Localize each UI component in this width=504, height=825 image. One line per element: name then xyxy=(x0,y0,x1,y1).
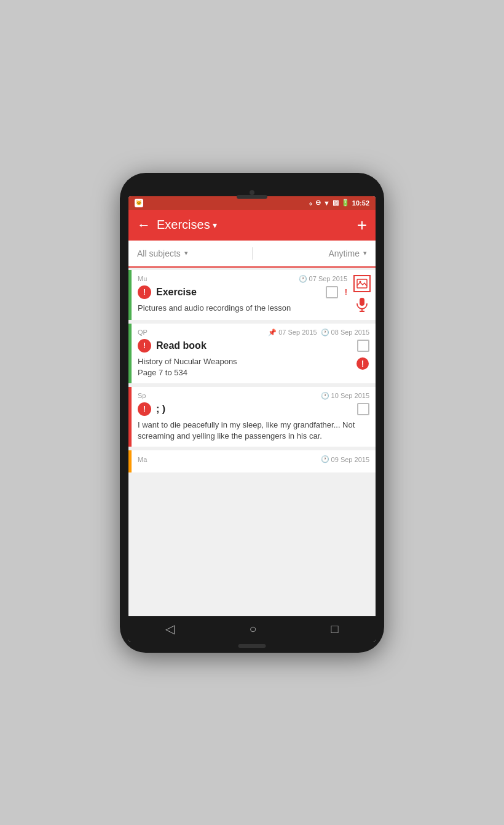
time-filter-button[interactable]: Anytime ▾ xyxy=(259,249,368,258)
alert-icon-2: ! xyxy=(138,339,151,353)
toolbar-title-container: Exercises ▾ xyxy=(157,218,357,232)
card-date2a: 📌 07 Sep 2015 xyxy=(268,329,317,337)
card-checkbox-2[interactable] xyxy=(357,340,369,352)
bottom-nav: ◁ ○ □ xyxy=(128,616,376,642)
clock-icon-2: 🕐 xyxy=(321,329,329,337)
card-content-2: History of Nucular WeaponsPage 7 to 534 xyxy=(138,356,352,378)
speaker xyxy=(237,195,267,199)
bluetooth-icon: ⬦ xyxy=(309,199,313,207)
comment-icon-2[interactable]: ! xyxy=(356,357,369,373)
card-title-row-1: ! Exercise ! xyxy=(138,285,347,299)
pin-icon-2: 📌 xyxy=(268,329,277,337)
filter-bar: All subjects ▾ Anytime ▾ xyxy=(128,241,376,268)
card-title-3: ; ) xyxy=(156,404,352,415)
image-icon-1[interactable] xyxy=(353,275,371,292)
exercise-card-1[interactable]: Mu 🕐 07 Sep 2015 ! Exercise ! Pictures a xyxy=(128,270,376,320)
time-display: 10:52 xyxy=(352,199,369,207)
subjects-filter-arrow: ▾ xyxy=(184,249,188,257)
card-body-1: Mu 🕐 07 Sep 2015 ! Exercise ! Pictures a xyxy=(132,270,353,320)
card-body-4: Ma 🕐 09 Sep 2015 xyxy=(132,450,376,472)
svg-text:!: ! xyxy=(361,359,364,369)
app-toolbar: ← Exercises ▾ + xyxy=(128,210,376,241)
card-date-4: 🕐 09 Sep 2015 xyxy=(321,455,369,463)
card-title-row-2: ! Read book xyxy=(138,339,369,353)
card-checkbox-1[interactable] xyxy=(326,286,338,298)
screen: 🐱 ⬦ ⊖ ▼ ▨ 🔋 10:52 ← Exercises ▾ + All su xyxy=(128,196,376,642)
card-subject-2: QP xyxy=(138,329,263,336)
filter-divider xyxy=(252,247,253,260)
exercise-card-3[interactable]: Sp 🕐 10 Sep 2015 ! ; ) I want to die pea… xyxy=(128,387,376,447)
back-nav-button[interactable]: ◁ xyxy=(153,618,187,640)
battery-icon: 🔋 xyxy=(341,199,350,207)
camera xyxy=(250,190,254,195)
checkbox-exclaim-1: ! xyxy=(345,287,347,297)
exercise-card-2[interactable]: QP 📌 07 Sep 2015 🕐 08 Sep 2015 xyxy=(128,324,376,383)
clock-icon-4: 🕐 xyxy=(321,455,329,463)
card-content-3: I want to die peacefully in my sleep, li… xyxy=(138,420,369,442)
phone-frame: 🐱 ⬦ ⊖ ▼ ▨ 🔋 10:52 ← Exercises ▾ + All su xyxy=(120,173,384,653)
card-subject-1: Mu xyxy=(138,275,294,282)
status-right: ⬦ ⊖ ▼ ▨ 🔋 10:52 xyxy=(309,199,369,207)
card-header-1: Mu 🕐 07 Sep 2015 xyxy=(138,275,347,283)
exercise-card-4[interactable]: Ma 🕐 09 Sep 2015 xyxy=(128,450,376,472)
card-title-1: Exercise xyxy=(156,287,321,298)
card-body-2: QP 📌 07 Sep 2015 🕐 08 Sep 2015 xyxy=(132,324,376,383)
mic-icon-1[interactable] xyxy=(355,297,369,315)
toolbar-title-text: Exercises xyxy=(157,218,210,232)
card-subject-4: Ma xyxy=(138,456,316,463)
card-date-3: 🕐 10 Sep 2015 xyxy=(321,392,369,400)
svg-rect-2 xyxy=(360,298,364,306)
card-header-4: Ma 🕐 09 Sep 2015 xyxy=(138,455,369,463)
card-actions-1 xyxy=(353,270,376,320)
subjects-filter-label: All subjects xyxy=(137,249,181,258)
time-filter-arrow: ▾ xyxy=(363,249,367,257)
minus-circle-icon: ⊖ xyxy=(315,199,321,207)
wifi-icon: ▼ xyxy=(323,199,330,207)
subjects-filter-button[interactable]: All subjects ▾ xyxy=(137,249,246,258)
signal-icon: ▨ xyxy=(333,199,339,207)
back-button[interactable]: ← xyxy=(137,217,151,233)
app-icon: 🐱 xyxy=(135,199,143,207)
card-title-2: Read book xyxy=(156,340,352,351)
exercise-list: Mu 🕐 07 Sep 2015 ! Exercise ! Pictures a xyxy=(128,268,376,616)
card-date-1: 🕐 07 Sep 2015 xyxy=(299,275,347,283)
alert-icon-1: ! xyxy=(138,285,151,299)
home-button-bar xyxy=(238,644,266,648)
clock-icon-3: 🕐 xyxy=(321,392,329,400)
card-content-row-2: History of Nucular WeaponsPage 7 to 534 … xyxy=(138,356,369,378)
card-body-3: Sp 🕐 10 Sep 2015 ! ; ) I want to die pea… xyxy=(132,387,376,447)
status-left: 🐱 xyxy=(135,199,143,207)
card-date2b: 🕐 08 Sep 2015 xyxy=(321,329,369,337)
clock-icon-1: 🕐 xyxy=(299,275,307,283)
time-filter-label: Anytime xyxy=(328,249,360,258)
alert-icon-3: ! xyxy=(138,402,151,416)
title-dropdown-arrow[interactable]: ▾ xyxy=(213,220,217,230)
card-subject-3: Sp xyxy=(138,392,316,399)
add-button[interactable]: + xyxy=(357,215,367,235)
card-header-2: QP 📌 07 Sep 2015 🕐 08 Sep 2015 xyxy=(138,329,369,337)
recent-nav-button[interactable]: □ xyxy=(318,618,350,640)
card-content-1: Pictures and audio recordings of the les… xyxy=(138,303,347,314)
card-header-3: Sp 🕐 10 Sep 2015 xyxy=(138,392,369,400)
home-nav-button[interactable]: ○ xyxy=(237,618,269,640)
card-checkbox-3[interactable] xyxy=(357,403,369,415)
card-title-row-3: ! ; ) xyxy=(138,402,369,416)
dates-row-2: 📌 07 Sep 2015 🕐 08 Sep 2015 xyxy=(268,329,369,337)
